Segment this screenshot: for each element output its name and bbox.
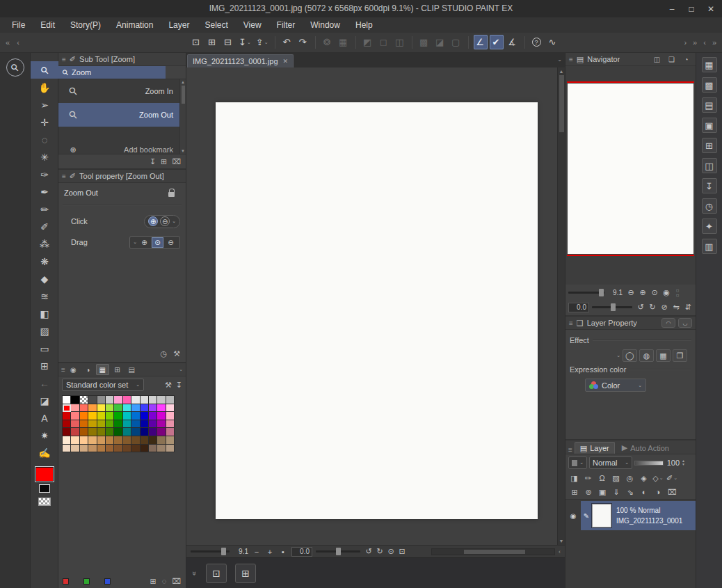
rotation-value-box[interactable]: 0.0	[291, 547, 312, 557]
new-vector-layer-button[interactable]: ⊚	[582, 486, 595, 498]
color-swatch[interactable]	[63, 445, 71, 453]
color-swatch[interactable]	[106, 412, 114, 420]
color-swatch[interactable]	[123, 412, 131, 420]
color-chip[interactable]	[105, 579, 110, 584]
zoom-in-mode-button[interactable]: ⊕	[148, 216, 158, 226]
nav-zoom-out-button[interactable]: ⊖	[625, 287, 636, 299]
color-swatch[interactable]	[63, 412, 71, 420]
delete-layer-button[interactable]: ⌧	[666, 486, 678, 498]
undo-button[interactable]: ↶	[280, 35, 294, 49]
set-as-draft-layer-button[interactable]: ✏	[582, 472, 595, 484]
rotation-slider[interactable]	[316, 550, 360, 553]
shrink-selection-button[interactable]: ◫	[393, 35, 407, 49]
tool-pencil[interactable]: ✏	[31, 200, 58, 218]
layerprop-view-toggle-1[interactable]: ◠	[661, 318, 675, 328]
nav-flip-vertical-button[interactable]: ⇵	[682, 302, 693, 313]
color-swatch[interactable]	[97, 412, 106, 420]
material-color-pattern[interactable]: ▦	[702, 57, 717, 72]
nav-fit-button[interactable]: ⊙	[649, 287, 660, 299]
menu-item[interactable]: Help	[348, 17, 380, 33]
panel-menu-icon[interactable]: ≡	[62, 56, 66, 63]
sub-tool-scrollbar[interactable]: ▲ ▼	[179, 79, 186, 154]
effect-border-button[interactable]: ◯	[623, 349, 637, 362]
expand-chevron-icon[interactable]: »	[191, 571, 199, 575]
collapse-chevron-icon[interactable]: «	[6, 38, 10, 47]
free-transform-button[interactable]: ▢	[449, 35, 463, 49]
color-swatch[interactable]	[80, 404, 88, 413]
color-swatch[interactable]	[149, 420, 157, 429]
expand-selection-button[interactable]: ◻	[377, 35, 391, 49]
mesh-transform-button[interactable]: ◪	[433, 35, 447, 49]
snap-to-ruler-button[interactable]: ∠	[474, 35, 488, 49]
menu-item[interactable]: Edit	[33, 17, 63, 33]
item-bank-tab[interactable]: ❏	[666, 54, 677, 65]
color-swatch[interactable]	[114, 428, 122, 436]
enable-mask-button[interactable]: ◎	[624, 472, 636, 484]
fit-to-screen-button[interactable]: ⊡	[397, 547, 407, 557]
edit-color-set-button[interactable]: ⚒	[165, 381, 172, 390]
tool-brush[interactable]: ✐	[31, 218, 58, 235]
save-file-button[interactable]: ↧⌄	[237, 35, 252, 49]
duplicate-subtool-button[interactable]: ⊞	[161, 157, 167, 166]
color-swatch[interactable]	[63, 404, 71, 413]
color-swatch[interactable]	[80, 445, 88, 453]
new-file-button[interactable]: ⊡	[189, 35, 203, 49]
lock-icon[interactable]	[168, 192, 175, 197]
document-tab[interactable]: IMG_20211123_0001.jpg ✕	[187, 54, 294, 67]
color-swatch[interactable]	[123, 436, 131, 445]
horizontal-scrollbar[interactable]	[431, 548, 555, 555]
save-subtool-settings-button[interactable]: ↧	[150, 157, 156, 166]
color-swatch[interactable]	[114, 420, 122, 429]
redo-button[interactable]: ↷	[296, 35, 310, 49]
color-swatch[interactable]	[80, 420, 88, 429]
close-tab-icon[interactable]: ✕	[283, 58, 289, 65]
gesture-button[interactable]: ∿	[546, 35, 560, 49]
color-swatch[interactable]	[166, 436, 175, 445]
opacity-spinner[interactable]: ▲▼	[682, 459, 685, 466]
erase-outside-selection-button[interactable]: ▦	[337, 35, 351, 49]
new-raster-layer-button[interactable]: ⊞	[568, 486, 581, 498]
color-swatch[interactable]	[71, 396, 79, 404]
expression-color-dropdown[interactable]: Color ⌄	[585, 379, 646, 392]
material-all[interactable]: ▥	[702, 239, 717, 254]
layerprop-view-toggle-2[interactable]: ◡	[678, 318, 692, 328]
color-swatch[interactable]	[141, 420, 149, 429]
panel-menu-icon[interactable]: ≡	[62, 173, 66, 180]
color-swatch[interactable]	[80, 428, 88, 436]
tool-fill[interactable]: ◧	[31, 305, 58, 322]
scroll-down-icon[interactable]: ▼	[559, 539, 564, 543]
scroll-down-icon[interactable]: ▼	[181, 149, 185, 153]
open-file-button[interactable]: ⊟	[221, 35, 235, 49]
nav-rotate-cw-button[interactable]: ↻	[647, 302, 658, 313]
menu-item[interactable]: File	[4, 17, 33, 33]
nav-reset-rotation-button[interactable]: ⊘	[659, 302, 670, 313]
tool-auto-select[interactable]: ✳	[31, 148, 58, 166]
layer-visibility-eye-icon[interactable]: ◉	[565, 501, 581, 530]
sub-color-swatch[interactable]	[39, 484, 50, 493]
tool-figure[interactable]: ▭	[31, 340, 58, 357]
drag-mode-button[interactable]: ⊕	[138, 237, 150, 248]
color-swatch[interactable]	[114, 396, 122, 404]
color-swatch[interactable]	[123, 396, 131, 404]
menu-item[interactable]: Window	[303, 17, 348, 33]
color-chip[interactable]	[84, 579, 89, 584]
rotate-cw-button[interactable]: ↻	[375, 547, 385, 557]
layer-thumbnail[interactable]	[592, 504, 611, 527]
fit-to-window-button[interactable]: ▪	[278, 547, 288, 557]
navigator-page-thumbnail[interactable]	[568, 84, 693, 254]
close-button[interactable]: ✕	[701, 0, 721, 17]
tool-blend[interactable]: ≋	[31, 287, 58, 305]
nav-rotation-value-box[interactable]: 0.0	[568, 303, 589, 312]
color-swatch[interactable]	[97, 396, 106, 404]
snap-to-grid-button[interactable]: ∡	[506, 35, 520, 49]
color-swatch[interactable]	[141, 412, 149, 420]
color-swatch[interactable]	[97, 404, 106, 413]
color-swatch[interactable]	[106, 428, 114, 436]
color-swatch[interactable]	[71, 428, 79, 436]
color-swatch[interactable]	[71, 404, 79, 413]
nav-small-icon[interactable]: ◻	[676, 293, 679, 297]
color-swatch[interactable]	[166, 428, 175, 436]
tool-line-correction[interactable]: ✍	[31, 444, 58, 461]
tool-zoom[interactable]: ⚲	[31, 61, 58, 79]
color-swatch[interactable]	[141, 436, 149, 445]
